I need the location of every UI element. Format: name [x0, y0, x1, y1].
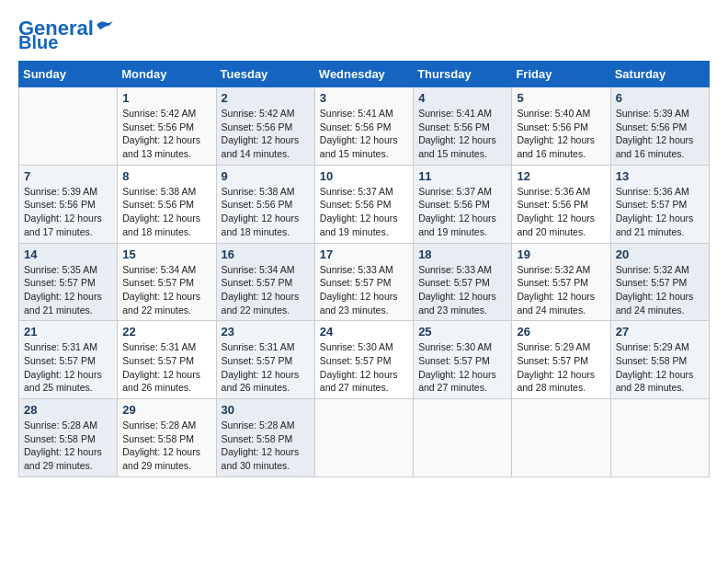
calendar-cell: 16Sunrise: 5:34 AM Sunset: 5:57 PM Dayli… [216, 243, 314, 321]
calendar-cell: 8Sunrise: 5:38 AM Sunset: 5:56 PM Daylig… [118, 165, 216, 243]
calendar-cell: 10Sunrise: 5:37 AM Sunset: 5:56 PM Dayli… [314, 165, 413, 243]
calendar-cell: 3Sunrise: 5:41 AM Sunset: 5:56 PM Daylig… [314, 87, 413, 166]
day-info: Sunrise: 5:37 AM Sunset: 5:56 PM Dayligh… [320, 185, 408, 239]
day-info: Sunrise: 5:42 AM Sunset: 5:56 PM Dayligh… [122, 107, 210, 161]
calendar-cell: 28Sunrise: 5:28 AM Sunset: 5:58 PM Dayli… [19, 399, 118, 477]
day-info: Sunrise: 5:39 AM Sunset: 5:56 PM Dayligh… [24, 185, 112, 239]
weekday-header: Monday [118, 62, 216, 87]
day-info: Sunrise: 5:30 AM Sunset: 5:57 PM Dayligh… [320, 340, 408, 395]
day-number: 18 [418, 247, 506, 261]
calendar-cell: 12Sunrise: 5:36 AM Sunset: 5:56 PM Dayli… [512, 165, 610, 243]
day-info: Sunrise: 5:31 AM Sunset: 5:57 PM Dayligh… [222, 340, 310, 395]
day-info: Sunrise: 5:29 AM Sunset: 5:57 PM Dayligh… [517, 340, 605, 395]
day-number: 27 [616, 325, 704, 339]
weekday-header: Friday [512, 62, 610, 87]
calendar-week-row: 21Sunrise: 5:31 AM Sunset: 5:57 PM Dayli… [19, 321, 710, 399]
day-info: Sunrise: 5:33 AM Sunset: 5:57 PM Dayligh… [418, 263, 506, 317]
day-number: 9 [222, 169, 310, 183]
calendar-cell: 18Sunrise: 5:33 AM Sunset: 5:57 PM Dayli… [414, 243, 512, 321]
calendar-cell: 27Sunrise: 5:29 AM Sunset: 5:58 PM Dayli… [610, 321, 709, 399]
calendar-cell: 7Sunrise: 5:39 AM Sunset: 5:56 PM Daylig… [19, 165, 118, 243]
calendar-cell [610, 399, 709, 477]
calendar-cell [314, 399, 413, 477]
day-number: 22 [122, 325, 210, 339]
day-number: 13 [616, 169, 704, 183]
day-info: Sunrise: 5:36 AM Sunset: 5:57 PM Dayligh… [616, 185, 704, 239]
day-number: 26 [517, 325, 605, 339]
calendar-cell: 4Sunrise: 5:41 AM Sunset: 5:56 PM Daylig… [414, 87, 512, 166]
calendar-cell: 14Sunrise: 5:35 AM Sunset: 5:57 PM Dayli… [19, 243, 118, 321]
day-info: Sunrise: 5:28 AM Sunset: 5:58 PM Dayligh… [122, 419, 210, 473]
day-info: Sunrise: 5:34 AM Sunset: 5:57 PM Dayligh… [122, 263, 210, 317]
day-info: Sunrise: 5:36 AM Sunset: 5:56 PM Dayligh… [517, 185, 605, 239]
calendar-table: SundayMondayTuesdayWednesdayThursdayFrid… [18, 61, 710, 477]
day-info: Sunrise: 5:33 AM Sunset: 5:57 PM Dayligh… [320, 263, 408, 317]
weekday-header: Sunday [19, 62, 118, 87]
day-number: 14 [24, 247, 112, 261]
day-number: 7 [24, 169, 112, 183]
calendar-cell: 26Sunrise: 5:29 AM Sunset: 5:57 PM Dayli… [512, 321, 610, 399]
weekday-header: Wednesday [314, 62, 413, 87]
calendar-cell: 15Sunrise: 5:34 AM Sunset: 5:57 PM Dayli… [118, 243, 216, 321]
day-info: Sunrise: 5:39 AM Sunset: 5:56 PM Dayligh… [616, 107, 704, 161]
calendar-cell [19, 87, 118, 166]
day-number: 11 [418, 169, 506, 183]
day-info: Sunrise: 5:30 AM Sunset: 5:57 PM Dayligh… [418, 340, 506, 395]
day-info: Sunrise: 5:38 AM Sunset: 5:56 PM Dayligh… [222, 185, 310, 239]
calendar-cell: 20Sunrise: 5:32 AM Sunset: 5:57 PM Dayli… [610, 243, 709, 321]
day-number: 5 [517, 91, 605, 105]
day-number: 19 [517, 247, 605, 261]
logo-blue-text: Blue [18, 33, 58, 52]
calendar-cell: 24Sunrise: 5:30 AM Sunset: 5:57 PM Dayli… [314, 321, 413, 399]
calendar-cell: 22Sunrise: 5:31 AM Sunset: 5:57 PM Dayli… [118, 321, 216, 399]
day-number: 28 [24, 403, 112, 417]
calendar-cell: 23Sunrise: 5:31 AM Sunset: 5:57 PM Dayli… [216, 321, 314, 399]
day-info: Sunrise: 5:34 AM Sunset: 5:57 PM Dayligh… [222, 263, 310, 317]
day-number: 6 [616, 91, 704, 105]
day-number: 24 [320, 325, 408, 339]
weekday-header: Tuesday [216, 62, 314, 87]
day-number: 10 [320, 169, 408, 183]
calendar-cell: 29Sunrise: 5:28 AM Sunset: 5:58 PM Dayli… [118, 399, 216, 477]
page-header: General Blue [18, 18, 710, 52]
day-number: 21 [24, 325, 112, 339]
day-info: Sunrise: 5:28 AM Sunset: 5:58 PM Dayligh… [24, 419, 112, 473]
day-number: 29 [122, 403, 210, 417]
calendar-cell: 6Sunrise: 5:39 AM Sunset: 5:56 PM Daylig… [610, 87, 709, 166]
calendar-cell: 1Sunrise: 5:42 AM Sunset: 5:56 PM Daylig… [118, 87, 216, 166]
calendar-cell: 17Sunrise: 5:33 AM Sunset: 5:57 PM Dayli… [314, 243, 413, 321]
day-info: Sunrise: 5:41 AM Sunset: 5:56 PM Dayligh… [320, 107, 408, 161]
day-number: 4 [418, 91, 506, 105]
day-number: 20 [616, 247, 704, 261]
day-number: 3 [320, 91, 408, 105]
day-info: Sunrise: 5:29 AM Sunset: 5:58 PM Dayligh… [616, 340, 704, 395]
day-info: Sunrise: 5:40 AM Sunset: 5:56 PM Dayligh… [517, 107, 605, 161]
calendar-cell: 9Sunrise: 5:38 AM Sunset: 5:56 PM Daylig… [216, 165, 314, 243]
calendar-cell: 5Sunrise: 5:40 AM Sunset: 5:56 PM Daylig… [512, 87, 610, 166]
calendar-week-row: 1Sunrise: 5:42 AM Sunset: 5:56 PM Daylig… [19, 87, 710, 166]
logo-bird-icon [96, 18, 114, 31]
calendar-cell: 21Sunrise: 5:31 AM Sunset: 5:57 PM Dayli… [19, 321, 118, 399]
day-info: Sunrise: 5:38 AM Sunset: 5:56 PM Dayligh… [122, 185, 210, 239]
calendar-week-row: 28Sunrise: 5:28 AM Sunset: 5:58 PM Dayli… [19, 399, 710, 477]
weekday-header: Thursday [414, 62, 512, 87]
day-info: Sunrise: 5:31 AM Sunset: 5:57 PM Dayligh… [122, 340, 210, 395]
calendar-cell: 13Sunrise: 5:36 AM Sunset: 5:57 PM Dayli… [610, 165, 709, 243]
day-info: Sunrise: 5:37 AM Sunset: 5:56 PM Dayligh… [418, 185, 506, 239]
day-number: 30 [222, 403, 310, 417]
calendar-cell: 25Sunrise: 5:30 AM Sunset: 5:57 PM Dayli… [414, 321, 512, 399]
calendar-cell: 11Sunrise: 5:37 AM Sunset: 5:56 PM Dayli… [414, 165, 512, 243]
calendar-week-row: 7Sunrise: 5:39 AM Sunset: 5:56 PM Daylig… [19, 165, 710, 243]
day-info: Sunrise: 5:31 AM Sunset: 5:57 PM Dayligh… [24, 340, 112, 395]
weekday-header-row: SundayMondayTuesdayWednesdayThursdayFrid… [19, 62, 710, 87]
day-info: Sunrise: 5:32 AM Sunset: 5:57 PM Dayligh… [517, 263, 605, 317]
weekday-header: Saturday [610, 62, 709, 87]
day-info: Sunrise: 5:42 AM Sunset: 5:56 PM Dayligh… [222, 107, 310, 161]
day-number: 17 [320, 247, 408, 261]
calendar-cell: 2Sunrise: 5:42 AM Sunset: 5:56 PM Daylig… [216, 87, 314, 166]
day-info: Sunrise: 5:41 AM Sunset: 5:56 PM Dayligh… [418, 107, 506, 161]
calendar-cell: 30Sunrise: 5:28 AM Sunset: 5:58 PM Dayli… [216, 399, 314, 477]
calendar-cell [414, 399, 512, 477]
day-number: 12 [517, 169, 605, 183]
day-number: 25 [418, 325, 506, 339]
